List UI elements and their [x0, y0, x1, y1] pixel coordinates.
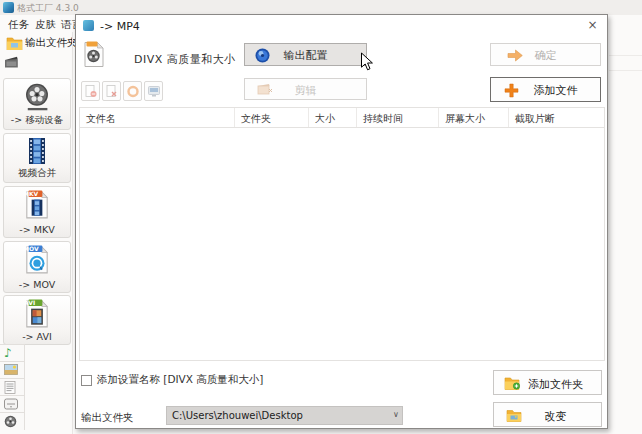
sidebar-item-label: 视频合并 — [4, 167, 70, 180]
add-folder-label: 添加文件夹 — [502, 377, 609, 392]
preset-name: DIVX 高质量和大小 — [134, 52, 236, 67]
menu-skin[interactable]: 皮肤 — [35, 18, 56, 32]
ok-label: 确定 — [491, 48, 600, 63]
sidebar-item-to-mov[interactable]: MOV -> MOV — [3, 241, 71, 293]
col-screen-size[interactable]: 屏幕大小 — [439, 108, 509, 127]
mkv-badge: MKV — [23, 191, 38, 197]
film-reel-icon — [23, 82, 51, 112]
remove-file-icon — [85, 85, 97, 98]
tab-audio[interactable]: ♪ — [0, 344, 25, 361]
ok-button[interactable]: 确定 — [490, 43, 601, 66]
preview-button[interactable] — [144, 81, 163, 101]
close-icon[interactable]: × — [585, 18, 600, 33]
add-file-button[interactable]: 添加文件 — [490, 77, 601, 102]
sidebar-item-to-mkv[interactable]: MKV -> MKV — [3, 186, 71, 238]
app-logo-icon — [3, 2, 14, 13]
tab-document[interactable] — [0, 378, 25, 395]
sidebar-item-label: -> MKV — [4, 224, 70, 235]
change-button[interactable]: 改变 — [493, 402, 602, 427]
screen: 格式工厂 4.3.0 任务 皮肤 语言 输出文件夹 -> — [0, 0, 642, 434]
col-size[interactable]: 大小 — [309, 108, 357, 127]
filmstrip-icon — [24, 137, 50, 165]
main-output-folder-label: 输出文件夹 — [25, 36, 78, 50]
clapperboard-icon — [4, 55, 19, 69]
sidebar-item-label: -> MOV — [4, 279, 70, 290]
add-file-label: 添加文件 — [501, 83, 610, 98]
chevron-down-icon[interactable]: ∨ — [389, 406, 403, 425]
mp4-file-icon — [84, 41, 104, 68]
col-filename[interactable]: 文件名 — [80, 108, 235, 127]
tab-cd-rom[interactable] — [0, 395, 25, 412]
clip-label: 剪辑 — [245, 83, 366, 98]
sidebar-item-label: -> AVI — [4, 331, 70, 342]
remove-file-button[interactable] — [81, 81, 100, 101]
sidebar-divider — [72, 32, 73, 434]
tab-picture[interactable] — [0, 361, 25, 378]
dialog-app-icon — [83, 20, 94, 31]
file-table[interactable]: 文件名 文件夹 大小 持续时间 屏幕大小 截取片断 — [79, 107, 605, 361]
avi-badge: AVI — [24, 300, 35, 306]
main-titlebar: 格式工厂 4.3.0 — [0, 0, 642, 15]
option-icon — [127, 85, 139, 98]
output-folder-label: 输出文件夹 — [81, 411, 134, 425]
col-clip-segment[interactable]: 截取片断 — [509, 108, 604, 127]
add-setting-checkbox[interactable] — [81, 375, 92, 386]
document-icon — [4, 381, 16, 394]
add-setting-label: 添加设置名称 [DIVX 高质量和大小] — [97, 373, 263, 387]
clear-list-button[interactable] — [102, 81, 121, 101]
clip-button[interactable]: 剪辑 — [244, 78, 367, 100]
toolset-icon — [4, 415, 17, 428]
menu-task[interactable]: 任务 — [8, 18, 29, 32]
output-config-label: 输出配置 — [245, 48, 366, 63]
bg-divider — [609, 70, 642, 71]
cd-rom-icon — [4, 398, 18, 410]
folder-icon — [6, 36, 23, 50]
monitor-icon — [148, 85, 160, 98]
file-table-header: 文件名 文件夹 大小 持续时间 屏幕大小 截取片断 — [80, 108, 604, 128]
output-folder-select[interactable]: C:\Users\zhouwei\Desktop — [166, 406, 403, 425]
col-duration[interactable]: 持续时间 — [357, 108, 439, 127]
mov-badge: MOV — [23, 246, 39, 252]
add-folder-button[interactable]: 添加文件夹 — [493, 370, 602, 395]
mp4-dialog: -> MP4 × DIVX 高质量和大小 输出配置 — [75, 14, 608, 429]
music-icon: ♪ — [4, 347, 12, 359]
dialog-title: -> MP4 — [100, 20, 140, 33]
bg-divider — [609, 55, 642, 56]
picture-icon — [4, 364, 18, 375]
tab-toolset[interactable] — [0, 412, 25, 430]
sidebar-item-video-join[interactable]: 视频合并 — [3, 133, 71, 183]
sidebar-item-label: -> 移动设备 — [4, 114, 70, 127]
output-config-button[interactable]: 输出配置 — [244, 43, 367, 66]
option-button[interactable] — [123, 81, 142, 101]
col-folder[interactable]: 文件夹 — [235, 108, 309, 127]
sidebar-item-to-avi[interactable]: AVI -> AVI — [3, 295, 71, 345]
sidebar-item-mobile-device[interactable]: -> 移动设备 — [3, 78, 71, 130]
app-title: 格式工厂 4.3.0 — [17, 2, 79, 15]
change-label: 改变 — [502, 409, 609, 424]
clear-list-icon — [106, 85, 118, 98]
